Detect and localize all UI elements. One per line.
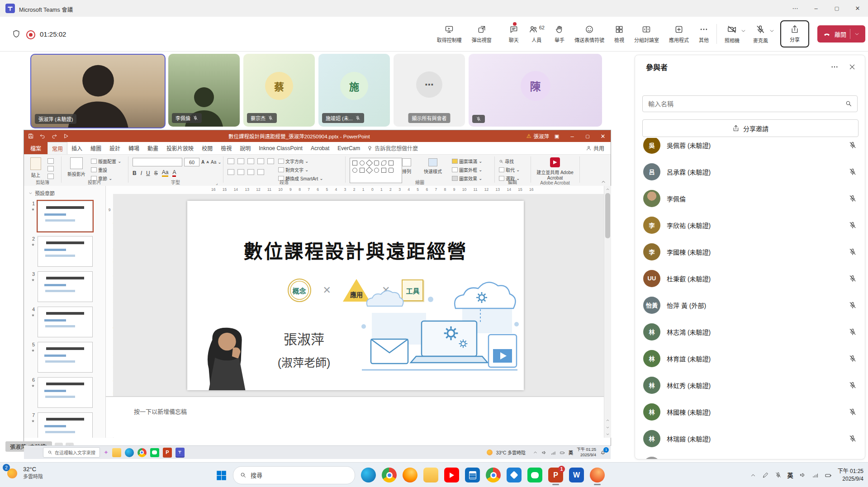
shape-fill-button[interactable]: 圖案填滿⌄ bbox=[452, 158, 482, 165]
ppt-share-button[interactable]: 共用 bbox=[592, 144, 611, 152]
bold-button[interactable]: B bbox=[133, 170, 137, 176]
people-button[interactable]: 62 人員 bbox=[524, 17, 550, 51]
ppt-close-icon[interactable]: ✕ bbox=[595, 130, 611, 142]
collapse-ribbon-icon[interactable] bbox=[601, 179, 606, 184]
window-more-icon[interactable]: ⋯ bbox=[785, 0, 806, 17]
network-icon[interactable] bbox=[812, 472, 819, 478]
slide-thumbnail-item[interactable]: 1 bbox=[24, 199, 105, 234]
take-control-button[interactable]: 取得控制權 bbox=[432, 17, 467, 51]
leave-chevron-icon[interactable] bbox=[854, 31, 860, 37]
avatar-tile[interactable]: 施 施竣詔 (未... bbox=[318, 54, 390, 127]
share-invite-button[interactable]: 分享邀請 bbox=[642, 119, 859, 137]
scrollbar-thumb[interactable] bbox=[605, 193, 610, 238]
file-explorer-icon[interactable] bbox=[112, 448, 121, 457]
quick-styles-button[interactable]: 快速樣式 bbox=[424, 158, 442, 175]
paste-button[interactable]: 貼上 bbox=[30, 157, 41, 178]
font-size-box[interactable]: 60 bbox=[184, 158, 199, 166]
participant-row[interactable]: 林 林國棟 (未驗證) bbox=[635, 398, 865, 425]
participant-row[interactable]: 李佩倫 bbox=[635, 185, 865, 212]
grow-font-button[interactable]: A bbox=[201, 160, 204, 165]
tab-view[interactable]: 檢視 bbox=[217, 144, 236, 152]
inner-input-language[interactable]: 英 bbox=[569, 449, 573, 456]
alignment-icons[interactable] bbox=[228, 169, 264, 175]
bullet-number-indent-icons[interactable] bbox=[228, 158, 274, 164]
clock[interactable]: 下午 01:25 2025/9/4 bbox=[838, 468, 863, 482]
inner-network-icon[interactable] bbox=[550, 450, 556, 455]
raise-hand-button[interactable]: 舉手 bbox=[550, 17, 569, 51]
inner-search-box[interactable]: 在這裡輸入文字來搜 bbox=[43, 447, 100, 458]
battery-icon[interactable] bbox=[825, 472, 832, 479]
calculator-icon[interactable] bbox=[465, 468, 480, 482]
participant-row[interactable]: 呂 呂承霖 (未驗證) bbox=[635, 158, 865, 185]
underline-button[interactable]: U bbox=[146, 170, 150, 176]
participant-row[interactable] bbox=[635, 452, 865, 459]
find-button[interactable]: 尋找 bbox=[499, 158, 520, 165]
chrome-icon[interactable] bbox=[138, 448, 147, 457]
avatar-tile[interactable]: 蔡 蔡宗杰 bbox=[243, 54, 315, 127]
breakout-rooms-button[interactable]: 分組討論室 bbox=[629, 17, 664, 51]
ppt-minimize-icon[interactable]: – bbox=[564, 130, 580, 142]
participant-row[interactable]: UU 杜秉叡 (未驗證) bbox=[635, 265, 865, 292]
tab-evercam[interactable]: EverCam bbox=[333, 145, 364, 151]
photos-icon[interactable] bbox=[507, 468, 522, 482]
participant-row[interactable]: 李 李國棟 (未驗證) bbox=[635, 238, 865, 265]
powerpoint-icon[interactable]: P bbox=[163, 448, 172, 458]
apps-button[interactable]: 應用程式 bbox=[664, 17, 694, 51]
participant-search-input[interactable] bbox=[642, 95, 858, 112]
volume-icon[interactable] bbox=[799, 472, 806, 478]
leave-button[interactable]: 離開 bbox=[817, 25, 865, 43]
window-maximize-icon[interactable]: ▢ bbox=[826, 0, 847, 17]
align-text-button[interactable]: 對齊文字⌄ bbox=[278, 166, 323, 173]
ribbon-display-options-icon[interactable]: ▣ bbox=[549, 130, 564, 142]
ppt-maximize-icon[interactable]: ▢ bbox=[580, 130, 595, 142]
pen-icon[interactable] bbox=[762, 472, 769, 478]
youtube-icon[interactable] bbox=[444, 468, 459, 482]
participant-row[interactable]: 怡黃 怡萍 黃 (外部) bbox=[635, 292, 865, 318]
strike-button[interactable]: S bbox=[154, 170, 158, 176]
tab-slideshow[interactable]: 投影片放映 bbox=[162, 144, 198, 152]
line-icon[interactable] bbox=[150, 448, 159, 457]
text-direction-button[interactable]: 文字方向⌄ bbox=[278, 158, 323, 165]
font-dialog-launcher-icon[interactable]: ⌟ bbox=[216, 181, 218, 185]
participant-row[interactable]: 吳 吳佩蓉 (未驗證) bbox=[635, 138, 865, 158]
firefox-icon[interactable] bbox=[403, 468, 417, 482]
redo-icon[interactable] bbox=[51, 133, 57, 139]
inner-notification-icon[interactable]: 1 bbox=[600, 449, 606, 456]
inner-tray-chevron-icon[interactable] bbox=[533, 450, 538, 455]
slide-thumbnail-item[interactable]: 2 bbox=[24, 234, 105, 269]
notes-pane[interactable]: 按一下以新增備忘稿 bbox=[106, 396, 604, 437]
more-button[interactable]: 其他 bbox=[694, 17, 714, 51]
shape-outline-button[interactable]: 圖案外框⌄ bbox=[452, 166, 482, 173]
edge-icon[interactable] bbox=[125, 448, 134, 457]
slideshow-icon[interactable] bbox=[63, 133, 69, 139]
file-explorer-icon[interactable] bbox=[423, 468, 438, 482]
teams-icon[interactable] bbox=[175, 448, 185, 458]
reset-button[interactable]: 重設 bbox=[91, 166, 121, 173]
weather-widget[interactable]: 2 32°C 多雲時陰 bbox=[5, 466, 43, 480]
share-button[interactable]: 分享 bbox=[780, 20, 809, 47]
video-tile[interactable]: 李佩倫 bbox=[168, 54, 240, 127]
mic-status-icon[interactable] bbox=[775, 472, 782, 478]
shrink-font-button[interactable]: A bbox=[206, 160, 209, 164]
chat-button[interactable]: 聊天 bbox=[504, 17, 524, 51]
layout-button[interactable]: 版面配置⌄ bbox=[91, 158, 121, 165]
participant-row[interactable]: 林 林育誼 (未驗證) bbox=[635, 345, 865, 372]
tab-review[interactable]: 校閱 bbox=[198, 144, 217, 152]
video-tile-active-speaker[interactable]: 張淑萍 (未驗證) bbox=[30, 54, 166, 128]
window-close-icon[interactable]: ✕ bbox=[847, 0, 868, 17]
tab-home[interactable]: 常用 bbox=[47, 142, 67, 154]
slide-thumbnail-item[interactable]: 6 bbox=[24, 375, 105, 410]
scroll-up-icon[interactable] bbox=[606, 187, 610, 191]
tell-me-box[interactable]: 告訴我您想做什麼 bbox=[373, 144, 422, 152]
next-slide-icon[interactable] bbox=[606, 426, 610, 430]
cut-copy-painter-icons[interactable] bbox=[47, 158, 54, 179]
mic-chevron-icon[interactable] bbox=[769, 28, 775, 34]
font-name-box[interactable] bbox=[133, 158, 182, 166]
slide-thumbnail-item[interactable]: 3 bbox=[24, 269, 105, 304]
popout-button[interactable]: 彈出視窗 bbox=[467, 17, 497, 51]
font-color-button[interactable]: A bbox=[172, 169, 176, 177]
tab-insert[interactable]: 插入 bbox=[67, 144, 86, 152]
mic-button[interactable]: 麥克風 bbox=[748, 17, 769, 51]
inner-volume-icon[interactable] bbox=[541, 450, 547, 455]
new-slide-button[interactable]: 新投影片 bbox=[66, 157, 87, 177]
